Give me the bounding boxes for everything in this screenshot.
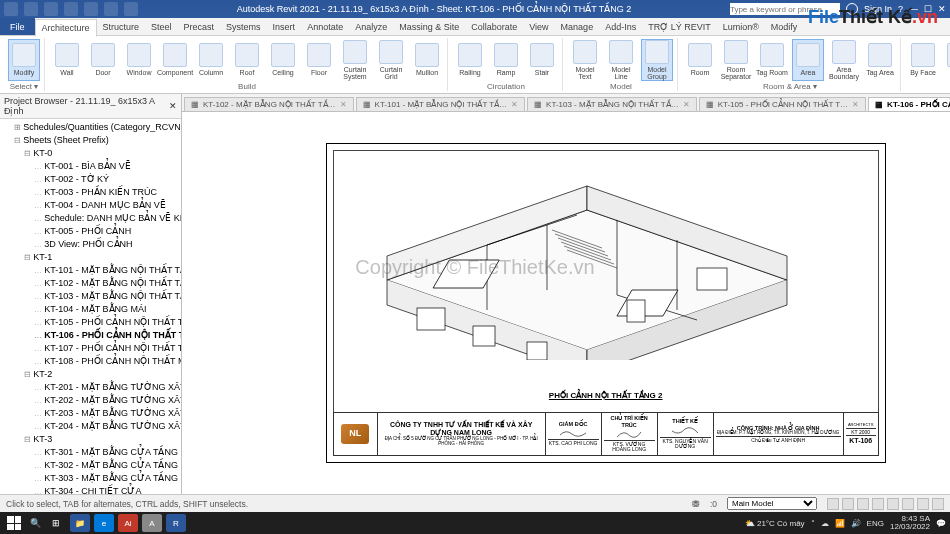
ribbon-tab[interactable]: Systems [220, 19, 267, 35]
document-tab[interactable]: ▦KT-105 - PHỐI CẢNH NỘI THẤT T…✕ [699, 97, 866, 111]
ribbon-tab[interactable]: Annotate [301, 19, 349, 35]
ribbon-tab[interactable]: Structure [97, 19, 146, 35]
close-icon[interactable]: ✕ [938, 4, 946, 14]
tree-sheet-item[interactable]: KT-107 - PHỐI CẢNH NỘI THẤT TẦNG 3 [34, 342, 181, 355]
ribbon-tab[interactable]: Architecture [35, 19, 97, 37]
task-view-icon[interactable]: ⊞ [46, 514, 66, 532]
tree-sheet-item[interactable]: Schedule: DANH MỤC BẢN VẼ KIẾN TRÚC [34, 212, 181, 225]
ribbon-tab[interactable]: Analyze [349, 19, 393, 35]
ribbon-button[interactable]: Roof [231, 39, 263, 81]
tree-sheet-item[interactable]: 3D View: PHỐI CẢNH [34, 238, 181, 251]
view-control-bar[interactable] [827, 498, 944, 510]
qat-revit-icon[interactable] [4, 2, 18, 16]
tree-sheet-item[interactable]: KT-102 - MẶT BẰNG NỘI THẤT TẦNG 2 [34, 277, 181, 290]
tree-group[interactable]: KT-0KT-001 - BÌA BẢN VẼKT-002 - TỜ KÝKT-… [24, 147, 181, 251]
qat-print-icon[interactable] [104, 2, 118, 16]
ribbon-button[interactable]: Curtain System [339, 39, 371, 81]
vc-icon[interactable] [887, 498, 899, 510]
tree-sheet-item[interactable]: KT-106 - PHỐI CẢNH NỘI THẤT TẦNG 2 [34, 329, 181, 342]
qat-measure-icon[interactable] [124, 2, 138, 16]
vc-icon[interactable] [857, 498, 869, 510]
ribbon-button[interactable]: Tag Room [756, 39, 788, 81]
main-model-selector[interactable]: Main Model [727, 497, 817, 510]
tree-sheet-item[interactable]: KT-204 - MẶT BẰNG TƯỜNG XÂY MÁI [34, 420, 181, 433]
tree-sheet-item[interactable]: KT-304 - CHI TIẾT CỬA [34, 485, 181, 494]
tree-group[interactable]: KT-1KT-101 - MẶT BẰNG NỘI THẤT TẦNG 1KT-… [24, 251, 181, 368]
ribbon-button[interactable]: Stair [526, 39, 558, 81]
tree-node[interactable]: Schedules/Quantities (Category_RCVN) [14, 121, 181, 134]
file-tab[interactable]: File [0, 18, 35, 35]
start-button[interactable] [4, 514, 24, 532]
system-tray[interactable]: ⛅ 21°C Có mây ˄ ☁ 📶 🔊 ENG 8:43 SA 12/03/… [745, 515, 946, 531]
taskbar-app[interactable]: A [142, 514, 162, 532]
vc-icon[interactable] [872, 498, 884, 510]
close-icon[interactable]: ✕ [340, 100, 347, 109]
ribbon-button[interactable]: Tag Area [864, 39, 896, 81]
ribbon-tab[interactable]: Precast [178, 19, 221, 35]
tray-wifi-icon[interactable]: 📶 [835, 519, 845, 528]
tree-sheet-item[interactable]: KT-101 - MẶT BẰNG NỘI THẤT TẦNG 1 [34, 264, 181, 277]
tree-node[interactable]: Sheets (Sheet Prefix) KT-0KT-001 - BÌA B… [14, 134, 181, 494]
tree-sheet-item[interactable]: KT-108 - PHỐI CẢNH NỘI THẤT MÁI [34, 355, 181, 368]
ribbon-button[interactable]: By Face [907, 39, 939, 81]
tree-sheet-item[interactable]: KT-002 - TỜ KÝ [34, 173, 181, 186]
tree-sheet-item[interactable]: KT-005 - PHỐI CẢNH [34, 225, 181, 238]
ribbon-tab[interactable]: Modify [765, 19, 804, 35]
ribbon-tab[interactable]: Lumion® [717, 19, 765, 35]
vc-icon[interactable] [932, 498, 944, 510]
tree-sheet-item[interactable]: KT-202 - MẶT BẰNG TƯỜNG XÂY TẦNG 2 [34, 394, 181, 407]
ribbon-tab[interactable]: Collaborate [465, 19, 523, 35]
taskbar-app[interactable]: 📁 [70, 514, 90, 532]
ribbon-button[interactable]: Room [684, 39, 716, 81]
tree-sheet-item[interactable]: KT-103 - MẶT BẰNG NỘI THẤT TẦNG 3 [34, 290, 181, 303]
ribbon-button[interactable]: Wall [51, 39, 83, 81]
tray-cloud-icon[interactable]: ☁ [821, 519, 829, 528]
tree-sheet-item[interactable]: KT-105 - PHỐI CẢNH NỘI THẤT TẦNG 1 [34, 316, 181, 329]
vc-icon[interactable] [917, 498, 929, 510]
ribbon-button[interactable]: Railing [454, 39, 486, 81]
tree-sheet-item[interactable]: KT-302 - MẶT BẰNG CỬA TẦNG 2 [34, 459, 181, 472]
document-tab[interactable]: ▦KT-102 - MẶT BẰNG NỘI THẤT TẦ…✕ [184, 97, 354, 111]
ribbon-button[interactable]: Mullion [411, 39, 443, 81]
ribbon-button[interactable]: Floor [303, 39, 335, 81]
tray-chevron-icon[interactable]: ˄ [811, 519, 815, 528]
ribbon-tab[interactable]: Steel [145, 19, 178, 35]
ribbon-tab[interactable]: View [523, 19, 554, 35]
document-tab[interactable]: ▦KT-101 - MẶT BẰNG NỘI THẤT TẦ…✕ [356, 97, 526, 111]
tree-sheet-item[interactable]: KT-201 - MẶT BẰNG TƯỜNG XÂY TẦNG 1 [34, 381, 181, 394]
ribbon-button[interactable]: Room Separator [720, 39, 752, 81]
tree-sheet-item[interactable]: KT-004 - DANH MỤC BẢN VẼ [34, 199, 181, 212]
worksets-indicator[interactable]: ⛃ [692, 499, 700, 509]
taskbar-app[interactable]: e [94, 514, 114, 532]
taskbar-app[interactable]: R [166, 514, 186, 532]
qat-redo-icon[interactable] [84, 2, 98, 16]
ribbon-button[interactable]: Component [159, 39, 191, 81]
ribbon-button[interactable]: Ceiling [267, 39, 299, 81]
ribbon-button[interactable]: Column [195, 39, 227, 81]
qat-save-icon[interactable] [44, 2, 58, 16]
vc-icon[interactable] [842, 498, 854, 510]
close-icon[interactable]: ✕ [511, 100, 518, 109]
ribbon-button[interactable]: Area Boundary [828, 39, 860, 81]
ribbon-button[interactable]: Model Line [605, 39, 637, 81]
ribbon-button[interactable]: Shaft [943, 39, 950, 81]
ribbon-tab[interactable]: Manage [555, 19, 600, 35]
document-tab[interactable]: ▦KT-106 - PHỐI CẢNH NỘI THẤT…✕ [868, 97, 950, 111]
tray-date[interactable]: 12/03/2022 [890, 523, 930, 531]
ribbon-button[interactable]: Model Group [641, 39, 673, 81]
ribbon-tab[interactable]: Insert [267, 19, 302, 35]
close-icon[interactable]: ✕ [683, 100, 690, 109]
tree-group[interactable]: KT-3KT-301 - MẶT BẰNG CỬA TẦNG 1KT-302 -… [24, 433, 181, 494]
document-tab[interactable]: ▦KT-103 - MẶT BẰNG NỘI THẤT TẦ…✕ [527, 97, 697, 111]
ribbon-tab[interactable]: Massing & Site [393, 19, 465, 35]
tray-volume-icon[interactable]: 🔊 [851, 519, 861, 528]
qat-undo-icon[interactable] [64, 2, 78, 16]
tray-ime-icon[interactable]: ENG [867, 519, 884, 528]
drawing-canvas[interactable]: PHỐI CẢNH NỘI THẤT TẦNG 2 NL CÔNG TY TNH… [182, 112, 950, 494]
ribbon-tab[interactable]: Add-Ins [599, 19, 642, 35]
close-icon[interactable]: ✕ [852, 100, 859, 109]
ribbon-button[interactable]: Window [123, 39, 155, 81]
vc-icon[interactable] [902, 498, 914, 510]
close-icon[interactable]: ✕ [169, 101, 177, 111]
ribbon-button[interactable]: Modify [8, 39, 40, 81]
